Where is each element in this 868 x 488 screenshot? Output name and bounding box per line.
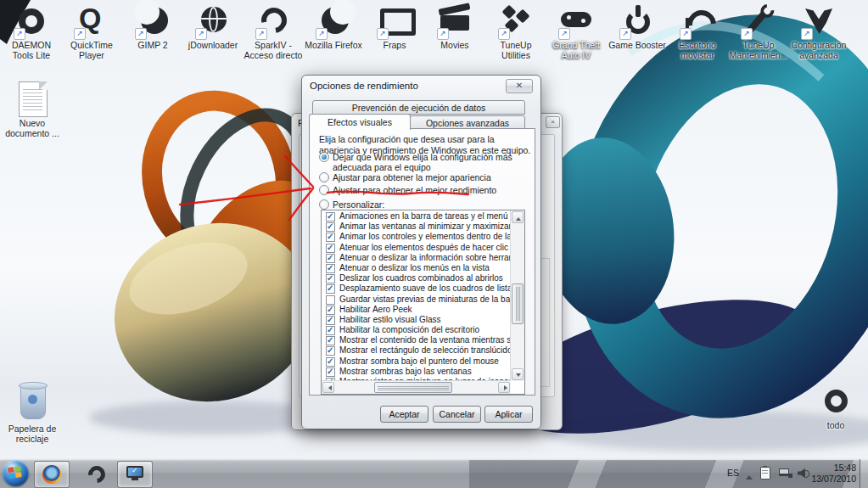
tab-efectos-visuales[interactable]: Efectos visuales bbox=[309, 114, 411, 130]
list-item[interactable]: Habilitar la composición del escritorio bbox=[322, 325, 510, 335]
dialog-close-button[interactable]: ✕ bbox=[506, 79, 533, 93]
cancelar-button[interactable]: Cancelar bbox=[433, 406, 481, 423]
list-item[interactable]: Animar los controles y elementos dentro … bbox=[322, 232, 510, 242]
desktop-icon-game-booster[interactable]: ↗ Game Booster bbox=[607, 3, 668, 51]
list-item[interactable]: Habilitar Aero Peek bbox=[322, 305, 510, 315]
scroll-down-button[interactable] bbox=[512, 368, 524, 380]
desktop-icon-label: Escritorio movistar bbox=[667, 41, 728, 60]
desktop-icon-tuneup-utilities[interactable]: ↗ TuneUp Utilities bbox=[485, 3, 546, 60]
checkbox-icon[interactable] bbox=[326, 357, 335, 367]
action-center-icon[interactable] bbox=[760, 467, 770, 480]
desktop-icon-label: TuneUp Utilities bbox=[485, 41, 546, 60]
desktop-icon-gta-iv[interactable]: ↗ Grand Theft Auto IV bbox=[546, 3, 607, 60]
desktop-icon-todo[interactable]: todo bbox=[805, 384, 866, 431]
desktop-icon-configuracion-avanzada[interactable]: ↗ Configuración avanzada bbox=[788, 3, 849, 60]
desktop-icon-recycle-bin[interactable]: Papelera de reciclaje bbox=[2, 382, 63, 444]
jdownloader-icon: ↗ bbox=[194, 3, 232, 39]
radio-button-icon[interactable] bbox=[319, 199, 329, 210]
horizontal-scrollbar[interactable] bbox=[322, 380, 511, 394]
scroll-left-button[interactable] bbox=[322, 382, 334, 393]
checkbox-icon[interactable] bbox=[326, 264, 335, 273]
list-item[interactable]: Atenuar o deslizar la información sobre … bbox=[322, 253, 510, 263]
horizontal-scroll-thumb[interactable] bbox=[374, 382, 452, 393]
list-item[interactable]: Guardar vistas previas de miniaturas de … bbox=[322, 294, 510, 305]
tab-prevencion-ejecucion-datos[interactable]: Prevención de ejecución de datos bbox=[312, 100, 525, 115]
list-item[interactable]: Atenuar o deslizar los menús en la vista bbox=[322, 263, 510, 273]
radio-mejor-apariencia[interactable]: Ajustar para obtener la mejor apariencia bbox=[319, 172, 533, 182]
desktop-icon-sparkiv[interactable]: ↗ SparkIV - Acceso directo bbox=[243, 3, 304, 60]
radio-button-icon[interactable] bbox=[319, 185, 329, 195]
background-window-close-button[interactable]: × bbox=[546, 116, 560, 128]
desktop-icon-gimp[interactable]: ↗ GIMP 2 bbox=[122, 3, 183, 51]
list-item[interactable]: Mostrar sombra bajo el puntero del mouse bbox=[322, 356, 510, 367]
visual-effects-rows: Animaciones en la barra de tareas y el m… bbox=[322, 211, 510, 380]
radio-personalizar[interactable]: Personalizar: bbox=[319, 199, 533, 210]
desktop-icon-tuneup-mantenimiento[interactable]: ↗ TuneUp Mantenimien... bbox=[728, 3, 789, 60]
clock[interactable]: 15:48 13/07/2010 bbox=[797, 463, 856, 485]
taskbar-button-firefox[interactable] bbox=[34, 461, 70, 488]
show-hidden-icons-chevron[interactable] bbox=[746, 472, 753, 480]
radio-button-icon[interactable] bbox=[319, 152, 329, 162]
vertical-scroll-thumb[interactable] bbox=[512, 283, 524, 324]
checkbox-icon[interactable] bbox=[326, 244, 335, 253]
clock-time: 15:48 bbox=[797, 463, 856, 474]
checkbox-icon[interactable] bbox=[326, 212, 335, 222]
visual-effects-list[interactable]: Animaciones en la barra de tareas y el m… bbox=[321, 210, 525, 395]
checkbox-icon[interactable] bbox=[326, 254, 335, 263]
desktop-icon-firefox[interactable]: ↗ Mozilla Firefox bbox=[303, 3, 364, 51]
language-indicator[interactable]: ES bbox=[727, 468, 739, 478]
list-item[interactable]: Deslizar los cuadros combinados al abrir… bbox=[322, 273, 510, 283]
scroll-right-button[interactable] bbox=[498, 382, 510, 393]
list-item[interactable]: Animaciones en la barra de tareas y el m… bbox=[322, 211, 510, 222]
desktop-icon-label: QuickTime Player bbox=[61, 41, 122, 60]
list-item[interactable]: Mostrar sombras bajo las ventanas bbox=[322, 367, 510, 377]
desktop-icon-movies[interactable]: ↗ Movies bbox=[424, 3, 485, 51]
checkbox-icon[interactable] bbox=[326, 326, 335, 335]
desktop-icon-quicktime[interactable]: ↗ QuickTime Player bbox=[61, 3, 122, 60]
aplicar-button[interactable]: Aplicar bbox=[484, 406, 533, 423]
dialog-title: Opciones de rendimiento bbox=[310, 81, 418, 91]
radio-button-icon[interactable] bbox=[319, 172, 329, 182]
vertical-scrollbar[interactable] bbox=[510, 210, 524, 381]
radio-mejor-rendimiento[interactable]: Ajustar para obtener el mejor rendimient… bbox=[319, 185, 533, 195]
network-icon[interactable] bbox=[779, 468, 789, 476]
radio-windows-elija[interactable]: Dejar que Windows elija la configuración… bbox=[319, 152, 533, 172]
list-item[interactable]: Animar las ventanas al minimizar y maxim… bbox=[322, 222, 510, 232]
list-item[interactable]: Mostrar el contenido de la ventana mient… bbox=[322, 335, 510, 345]
performance-options-dialog[interactable]: Opciones de rendimiento ✕ Prevención de … bbox=[301, 75, 541, 429]
desktop-icon-fraps[interactable]: ↗ Fraps bbox=[364, 3, 425, 51]
checkbox-icon[interactable] bbox=[326, 233, 335, 242]
scroll-up-button[interactable] bbox=[512, 211, 524, 223]
checkbox-icon[interactable] bbox=[326, 336, 335, 345]
desktop-icon-label: Mozilla Firefox bbox=[303, 41, 364, 51]
aceptar-button[interactable]: Aceptar bbox=[380, 406, 428, 423]
list-item[interactable]: Atenuar los elementos después de hacer c… bbox=[322, 243, 510, 253]
desktop-icon-nuevo-documento[interactable]: Nuevo documento ... bbox=[2, 81, 63, 138]
taskbar[interactable]: ES 15:48 13/07/2010 bbox=[0, 458, 868, 488]
checkbox-icon[interactable] bbox=[326, 222, 335, 232]
list-item-label: Animar los controles y elementos dentro … bbox=[339, 232, 510, 242]
list-item-label: Mostrar el contenido de la ventana mient… bbox=[339, 335, 510, 345]
list-item-label: Atenuar o deslizar la información sobre … bbox=[339, 253, 510, 263]
list-item[interactable]: Habilitar estilo visual Glass bbox=[322, 315, 510, 325]
show-desktop-button[interactable] bbox=[860, 459, 868, 488]
satellite-dish-icon: ↗ bbox=[679, 3, 716, 39]
radio-label: Ajustar para obtener el mejor rendimient… bbox=[333, 185, 533, 195]
checkbox-icon[interactable] bbox=[326, 295, 335, 305]
start-button[interactable] bbox=[3, 460, 29, 486]
checkbox-icon[interactable] bbox=[326, 284, 335, 294]
checkbox-icon[interactable] bbox=[326, 274, 335, 283]
desktop-icon-escritorio-movistar[interactable]: ↗ Escritorio movistar bbox=[667, 3, 728, 60]
checkbox-icon[interactable] bbox=[326, 316, 335, 325]
desktop-icon-daemon-tools[interactable]: ↗ DAEMON Tools Lite bbox=[1, 3, 62, 60]
taskbar-icon-sparkiv[interactable] bbox=[85, 463, 109, 486]
list-item[interactable]: Desplazamiento suave de los cuadros de l… bbox=[322, 283, 510, 294]
list-item[interactable]: Mostrar el rectángulo de selección trans… bbox=[322, 345, 510, 356]
list-item-label: Mostrar sombra bajo el puntero del mouse bbox=[339, 356, 499, 367]
taskbar-button-system-properties[interactable] bbox=[117, 461, 153, 488]
checkbox-icon[interactable] bbox=[326, 367, 335, 377]
checkbox-icon[interactable] bbox=[326, 306, 335, 315]
list-item-label: Mostrar el rectángulo de selección trans… bbox=[339, 345, 510, 356]
desktop-icon-jdownloader[interactable]: ↗ jDownloader bbox=[182, 3, 244, 51]
checkbox-icon[interactable] bbox=[326, 346, 335, 356]
